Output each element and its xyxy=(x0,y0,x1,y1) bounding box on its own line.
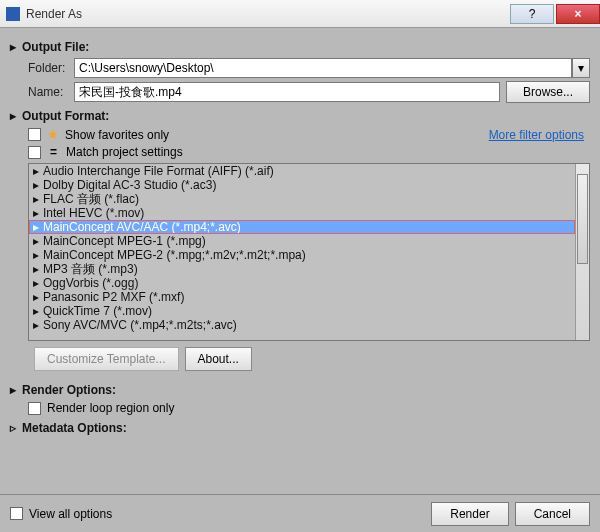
chevron-right-icon: ▸ xyxy=(33,206,39,220)
folder-label: Folder: xyxy=(28,61,74,75)
format-item[interactable]: ▸MainConcept AVC/AAC (*.mp4;*.avc) xyxy=(29,220,575,234)
format-item-label: MP3 音频 (*.mp3) xyxy=(43,261,138,278)
format-item-label: FLAC 音频 (*.flac) xyxy=(43,191,139,208)
format-item-label: MainConcept MPEG-1 (*.mpg) xyxy=(43,234,206,248)
format-item[interactable]: ▸Audio Interchange File Format (AIFF) (*… xyxy=(29,164,575,178)
chevron-right-icon: ▸ xyxy=(33,290,39,304)
metadata-options-label: Metadata Options: xyxy=(22,421,127,435)
chevron-right-icon: ▸ xyxy=(33,318,39,332)
dialog-footer: View all options Render Cancel xyxy=(0,494,600,532)
format-item[interactable]: ▸Panasonic P2 MXF (*.mxf) xyxy=(29,290,575,304)
favorites-label: Show favorites only xyxy=(65,128,169,142)
output-format-heading[interactable]: ▸ Output Format: xyxy=(10,109,590,123)
match-row: = Match project settings xyxy=(28,145,590,159)
chevron-right-icon: ▸ xyxy=(33,192,39,206)
scrollbar[interactable] xyxy=(575,164,589,340)
format-item-label: OggVorbis (*.ogg) xyxy=(43,276,138,290)
about-button[interactable]: About... xyxy=(185,347,252,371)
format-item-label: Panasonic P2 MXF (*.mxf) xyxy=(43,290,184,304)
customize-template-button: Customize Template... xyxy=(34,347,179,371)
loop-label: Render loop region only xyxy=(47,401,174,415)
format-item[interactable]: ▸MP3 音频 (*.mp3) xyxy=(29,262,575,276)
close-button[interactable]: × xyxy=(556,4,600,24)
chevron-right-icon: ▸ xyxy=(33,164,39,178)
format-item[interactable]: ▸Intel HEVC (*.mov) xyxy=(29,206,575,220)
scroll-thumb[interactable] xyxy=(577,174,588,264)
format-item[interactable]: ▸MainConcept MPEG-1 (*.mpg) xyxy=(29,234,575,248)
format-item-label: MainConcept AVC/AAC (*.mp4;*.avc) xyxy=(43,220,241,234)
chevron-right-icon: ▹ xyxy=(10,421,16,435)
more-filter-link[interactable]: More filter options xyxy=(489,128,584,142)
format-item-label: QuickTime 7 (*.mov) xyxy=(43,304,152,318)
chevron-right-icon: ▸ xyxy=(33,234,39,248)
name-row: Name: Browse... xyxy=(28,81,590,103)
star-icon: ★ xyxy=(47,127,59,142)
output-file-heading[interactable]: ▸ Output File: xyxy=(10,40,590,54)
format-item[interactable]: ▸QuickTime 7 (*.mov) xyxy=(29,304,575,318)
output-file-label: Output File: xyxy=(22,40,89,54)
chevron-right-icon: ▸ xyxy=(33,304,39,318)
chevron-right-icon: ▸ xyxy=(10,109,16,123)
render-button[interactable]: Render xyxy=(431,502,508,526)
dialog-content: ▸ Output File: Folder: ▾ Name: Browse...… xyxy=(0,28,600,494)
browse-button[interactable]: Browse... xyxy=(506,81,590,103)
render-options-heading[interactable]: ▸ Render Options: xyxy=(10,383,590,397)
match-label: Match project settings xyxy=(66,145,183,159)
favorites-row: ★ Show favorites only More filter option… xyxy=(28,127,590,142)
metadata-options-heading[interactable]: ▹ Metadata Options: xyxy=(10,421,590,435)
name-label: Name: xyxy=(28,85,74,99)
chevron-right-icon: ▸ xyxy=(10,383,16,397)
folder-row: Folder: ▾ xyxy=(28,58,590,78)
format-item[interactable]: ▸OggVorbis (*.ogg) xyxy=(29,276,575,290)
chevron-right-icon: ▸ xyxy=(33,276,39,290)
output-format-label: Output Format: xyxy=(22,109,109,123)
title-bar: Render As ? × xyxy=(0,0,600,28)
name-input[interactable] xyxy=(74,82,500,102)
view-all-label: View all options xyxy=(29,507,112,521)
app-icon xyxy=(6,7,20,21)
format-list: ▸Audio Interchange File Format (AIFF) (*… xyxy=(28,163,590,341)
loop-row: Render loop region only xyxy=(28,401,590,415)
chevron-right-icon: ▸ xyxy=(33,262,39,276)
format-item-label: Audio Interchange File Format (AIFF) (*.… xyxy=(43,164,274,178)
cancel-button[interactable]: Cancel xyxy=(515,502,590,526)
format-item-label: Intel HEVC (*.mov) xyxy=(43,206,144,220)
help-button[interactable]: ? xyxy=(510,4,554,24)
format-item[interactable]: ▸Sony AVC/MVC (*.mp4;*.m2ts;*.avc) xyxy=(29,318,575,332)
folder-dropdown-icon[interactable]: ▾ xyxy=(572,58,590,78)
template-buttons: Customize Template... About... xyxy=(34,347,590,371)
match-checkbox[interactable] xyxy=(28,146,41,159)
chevron-right-icon: ▸ xyxy=(10,40,16,54)
chevron-right-icon: ▸ xyxy=(33,220,39,234)
chevron-right-icon: ▸ xyxy=(33,248,39,262)
window-title: Render As xyxy=(26,7,508,21)
chevron-right-icon: ▸ xyxy=(33,178,39,192)
view-all-checkbox[interactable] xyxy=(10,507,23,520)
favorites-checkbox[interactable] xyxy=(28,128,41,141)
format-item-label: Sony AVC/MVC (*.mp4;*.m2ts;*.avc) xyxy=(43,318,237,332)
equals-icon: = xyxy=(47,145,60,159)
loop-checkbox[interactable] xyxy=(28,402,41,415)
render-options-label: Render Options: xyxy=(22,383,116,397)
folder-input[interactable] xyxy=(74,58,572,78)
format-item[interactable]: ▸FLAC 音频 (*.flac) xyxy=(29,192,575,206)
